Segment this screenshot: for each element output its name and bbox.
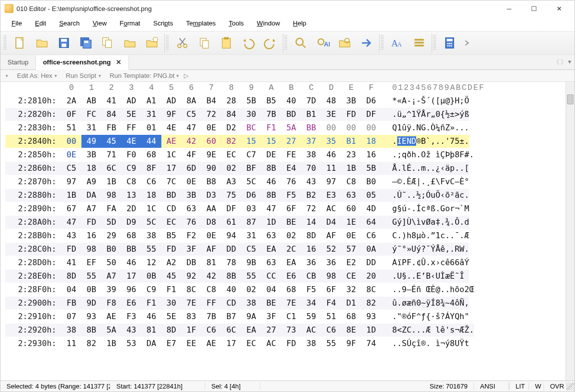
ascii-cell[interactable]: .;qðh.Ož ìÇÞþ8F#.: [381, 148, 474, 161]
status-encoding[interactable]: ANSI: [474, 383, 509, 390]
calculator-button[interactable]: [440, 33, 459, 52]
byte-cell[interactable]: 0E: [341, 229, 361, 242]
byte-cell[interactable]: BE: [281, 216, 301, 229]
byte-cell[interactable]: DE: [261, 148, 281, 161]
save-button[interactable]: [54, 33, 73, 52]
find-in-files-button[interactable]: [335, 33, 354, 52]
byte-cell[interactable]: 70: [301, 162, 321, 175]
byte-cell[interactable]: 5A: [281, 121, 301, 134]
byte-cell[interactable]: D9: [121, 216, 141, 229]
byte-cell[interactable]: 84: [101, 108, 121, 121]
byte-cell[interactable]: F8: [101, 297, 121, 310]
byte-cell[interactable]: 7E: [181, 297, 201, 310]
byte-cell[interactable]: 31: [81, 121, 101, 134]
byte-cell[interactable]: 16: [81, 229, 101, 242]
ascii-cell[interactable]: .ü„^1ŸÅr„0{½±>ýß: [381, 108, 469, 121]
byte-cell[interactable]: 47: [61, 216, 81, 229]
byte-cell[interactable]: A3: [221, 175, 241, 188]
byte-cell[interactable]: 82: [221, 135, 241, 148]
byte-cell[interactable]: 27: [281, 135, 301, 148]
byte-cell[interactable]: BD: [281, 108, 301, 121]
byte-cell[interactable]: FC: [81, 108, 101, 121]
byte-cell[interactable]: B1: [301, 108, 321, 121]
byte-cell[interactable]: 38: [61, 324, 81, 337]
collapse-icon[interactable]: ▾: [5, 73, 8, 78]
minimize-button[interactable]: ─: [498, 2, 521, 14]
byte-cell[interactable]: 87: [241, 216, 261, 229]
byte-cell[interactable]: 2A: [61, 94, 81, 107]
byte-cell[interactable]: 17: [121, 270, 141, 283]
byte-cell[interactable]: DA: [81, 189, 101, 202]
byte-cell[interactable]: 59: [301, 310, 321, 323]
byte-cell[interactable]: 93: [361, 310, 381, 323]
byte-cell[interactable]: A7: [101, 270, 121, 283]
menu-help[interactable]: Help: [287, 18, 312, 28]
byte-cell[interactable]: 1B: [341, 162, 361, 175]
byte-cell[interactable]: 00: [361, 121, 381, 134]
byte-cell[interactable]: 01: [141, 121, 161, 134]
byte-cell[interactable]: 11: [321, 162, 341, 175]
hex-row[interactable]: 2:2810h:2AAB41ADA1AD8AB4285BB5407D483BD6…: [0, 94, 566, 107]
byte-cell[interactable]: 92: [181, 270, 201, 283]
byte-cell[interactable]: 02: [281, 229, 301, 242]
byte-cell[interactable]: 0B: [81, 283, 101, 296]
byte-cell[interactable]: 94: [221, 229, 241, 242]
byte-cell[interactable]: D8: [201, 216, 221, 229]
open-file-button[interactable]: [32, 33, 51, 52]
byte-cell[interactable]: 16: [361, 148, 381, 161]
byte-cell[interactable]: FD: [161, 243, 181, 256]
history-folder-button[interactable]: [142, 33, 161, 52]
byte-cell[interactable]: 3E: [321, 108, 341, 121]
tab-dropdown-button[interactable]: ▾: [568, 58, 572, 67]
byte-cell[interactable]: 13: [121, 189, 141, 202]
byte-cell[interactable]: 4D: [361, 202, 381, 215]
byte-cell[interactable]: 16: [301, 243, 321, 256]
run-template-selector[interactable]: Run Template: PNG.bt▾ ▷: [110, 72, 189, 79]
byte-cell[interactable]: 28: [221, 94, 241, 107]
byte-cell[interactable]: 1F: [181, 324, 201, 337]
byte-cell[interactable]: A9: [81, 175, 101, 188]
byte-cell[interactable]: 71: [101, 148, 121, 161]
byte-cell[interactable]: FD: [341, 108, 361, 121]
hex-row[interactable]: 2:2890h:67A7FA2D1CCD63AADF03476F72AC604D…: [0, 202, 566, 215]
run-script-selector[interactable]: Run Script▾: [66, 72, 101, 79]
status-w[interactable]: W: [529, 383, 544, 390]
byte-cell[interactable]: 76: [181, 216, 201, 229]
hex-row[interactable]: 2:28A0h:47FD5DD95CEC76D861871DBE14D41E64…: [0, 215, 566, 229]
byte-cell[interactable]: 9D: [81, 297, 101, 310]
byte-cell[interactable]: 5E: [121, 108, 141, 121]
byte-cell[interactable]: CB: [301, 270, 321, 283]
byte-cell[interactable]: 17: [161, 162, 181, 175]
byte-cell[interactable]: 48: [321, 94, 341, 107]
byte-cell[interactable]: 81: [141, 324, 161, 337]
hex-row[interactable]: 2:2870h:97A91BC8C67C0EB8A35C46764397C8B0…: [0, 175, 566, 188]
byte-cell[interactable]: 39: [101, 283, 121, 296]
close-button[interactable]: ✕: [548, 2, 571, 14]
menu-scripts[interactable]: Scripts: [147, 18, 179, 28]
find-replace-button[interactable]: AB: [313, 33, 332, 52]
byte-cell[interactable]: 0B: [141, 270, 161, 283]
byte-cell[interactable]: 18: [81, 162, 101, 175]
byte-cell[interactable]: 49: [81, 135, 101, 148]
byte-cell[interactable]: 36: [321, 256, 341, 269]
byte-cell[interactable]: 47: [261, 202, 281, 215]
byte-cell[interactable]: 5D: [101, 216, 121, 229]
ascii-cell[interactable]: AïPF.¢Û.x›cê66âÝ: [381, 256, 469, 269]
byte-cell[interactable]: D6: [241, 189, 261, 202]
byte-cell[interactable]: 2C: [281, 243, 301, 256]
byte-cell[interactable]: 5C: [241, 175, 261, 188]
byte-cell[interactable]: 51: [61, 121, 81, 134]
byte-cell[interactable]: 0E: [61, 148, 81, 161]
byte-cell[interactable]: 15: [261, 135, 281, 148]
byte-cell[interactable]: B8: [201, 175, 221, 188]
tab-office-screenshot[interactable]: office-screenshot.png ✕: [36, 55, 129, 70]
find-button[interactable]: [291, 33, 310, 52]
byte-cell[interactable]: 83: [181, 310, 201, 323]
byte-cell[interactable]: 0A: [361, 243, 381, 256]
byte-cell[interactable]: 47: [181, 121, 201, 134]
byte-cell[interactable]: EF: [81, 256, 101, 269]
ascii-cell[interactable]: .IEND®B`‚..'75±.: [381, 135, 469, 148]
byte-cell[interactable]: BE: [261, 297, 281, 310]
byte-cell[interactable]: D1: [341, 297, 361, 310]
prev-tab-button[interactable]: 〈: [553, 58, 560, 67]
